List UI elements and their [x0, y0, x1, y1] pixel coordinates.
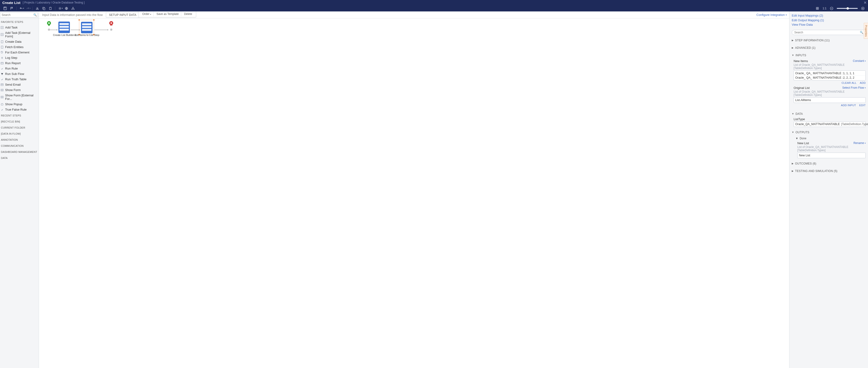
- favorite-step-item[interactable]: Send Email: [0, 82, 39, 87]
- zoom-slider[interactable]: [837, 8, 858, 9]
- chevron-right-icon: ▶: [792, 170, 794, 172]
- svg-point-8: [59, 8, 60, 9]
- svg-rect-26: [1, 96, 3, 98]
- grid-icon[interactable]: [815, 6, 820, 11]
- step-label: True False Rule: [5, 108, 27, 111]
- original-list-type-hint: List of Oracle_QA_MATTNATHANTABLE [Table…: [794, 90, 866, 96]
- list-item[interactable]: Oracle_ QA_ MATTNATHANTABLE :2, 2, 2, 2: [794, 76, 865, 80]
- chevron-right-icon: ▶: [792, 39, 794, 41]
- edit-output-mapping-link[interactable]: Edit Output Mapping (1): [792, 18, 866, 23]
- favorite-step-item[interactable]: Run Sub Flow: [0, 71, 39, 77]
- search-icon[interactable]: 🔍: [33, 13, 37, 17]
- zoom-in-icon[interactable]: [860, 6, 866, 11]
- step-icon: [0, 26, 4, 29]
- favorite-step-item[interactable]: Show Popup: [0, 102, 39, 107]
- section-outputs[interactable]: ▼OUTPUTS: [792, 129, 866, 135]
- add-item-link[interactable]: ADD: [860, 81, 866, 84]
- favorite-step-item[interactable]: Add Task: [0, 25, 39, 30]
- new-list-value-input[interactable]: New List: [797, 152, 866, 158]
- left-sidebar: 🔍 FAVORITE STEPS Add TaskAdd Task [Exter…: [0, 11, 39, 368]
- favorite-step-item[interactable]: Fetch Entities: [0, 44, 39, 50]
- flow-node-create-list-builder[interactable]: [58, 21, 71, 34]
- end-node[interactable]: [109, 21, 116, 31]
- step-icon: [0, 46, 4, 49]
- globe-icon[interactable]: [64, 6, 69, 11]
- undo-dropdown-icon[interactable]: ▾: [23, 7, 24, 9]
- redo-dropdown-icon[interactable]: ▾: [30, 7, 31, 9]
- search-icon[interactable]: 🔍: [860, 31, 863, 34]
- favorite-step-item[interactable]: For Each Element: [0, 50, 39, 55]
- favorite-step-item[interactable]: Show Form: [0, 87, 39, 93]
- view-flow-data-link[interactable]: View Flow Data: [792, 22, 866, 27]
- list-item[interactable]: Oracle_ QA_ MATTNATHANTABLE :1, 1, 1, 1: [794, 71, 865, 76]
- section-testing[interactable]: ▶TESTING AND SIMULATION (5): [792, 168, 866, 174]
- favorite-step-item[interactable]: Add Task [External Form]: [0, 30, 39, 39]
- step-icon: [0, 62, 4, 65]
- sitemap-icon[interactable]: [70, 6, 76, 11]
- svg-rect-5: [43, 8, 45, 10]
- step-label: Run Sub Flow: [5, 72, 24, 76]
- chevron-down-icon: ▼: [796, 137, 798, 140]
- favorite-step-item[interactable]: Run Truth Table: [0, 77, 39, 82]
- step-icon: [0, 51, 4, 54]
- flow-node-add-items-selected[interactable]: [79, 20, 94, 35]
- svg-rect-7: [50, 7, 51, 7]
- favorite-step-item[interactable]: Log Step: [0, 55, 39, 60]
- properties-search-input[interactable]: [792, 30, 866, 35]
- original-list-value-input[interactable]: List.AllItems: [794, 97, 866, 103]
- new-items-mode-link[interactable]: Constant▾: [853, 59, 866, 62]
- chevron-down-icon: ▼: [792, 112, 794, 115]
- configure-integration-link[interactable]: Configure Integration▾: [756, 13, 787, 17]
- save-icon[interactable]: [2, 6, 8, 11]
- close-icon[interactable]: ✕: [864, 0, 867, 5]
- svg-rect-20: [1, 62, 3, 64]
- edit-input-mappings-link[interactable]: Edit Input Mappings (2): [792, 13, 866, 18]
- annotation-header[interactable]: ANNOTATION: [0, 137, 39, 143]
- menu-delete[interactable]: Delete: [182, 12, 194, 16]
- properties-panel: Edit Input Mappings (2) Edit Output Mapp…: [789, 11, 868, 368]
- zoom-ratio: 1:1: [823, 7, 827, 10]
- section-step-information[interactable]: ▶STEP INFORMATION (11): [792, 37, 866, 44]
- paste-icon[interactable]: [48, 6, 53, 11]
- add-input-link[interactable]: ADD INPUT: [841, 104, 856, 107]
- section-outcomes[interactable]: ▶OUTCOMES (6): [792, 161, 866, 167]
- copy-icon[interactable]: [41, 6, 46, 11]
- flag-icon[interactable]: [9, 6, 14, 11]
- favorite-step-item[interactable]: Run Rule: [0, 66, 39, 71]
- section-inputs[interactable]: ▼INPUTS: [792, 52, 866, 58]
- section-data[interactable]: ▼DATA: [792, 111, 866, 117]
- favorite-step-item[interactable]: Show Form [External For...: [0, 93, 39, 102]
- zoom-out-icon[interactable]: [829, 6, 834, 11]
- data-header[interactable]: DATA: [0, 155, 39, 161]
- favorite-step-item[interactable]: Run Report: [0, 60, 39, 66]
- cut-icon[interactable]: [34, 6, 40, 11]
- rename-link[interactable]: Rename▾: [854, 141, 866, 145]
- listtype-picker[interactable]: Oracle_QA_MATTNATHANTABLE [TableDefiniti…: [794, 121, 866, 127]
- communication-header[interactable]: COMMUNICATION: [0, 143, 39, 149]
- original-list-mode-link[interactable]: Select From Flow▾: [842, 86, 866, 89]
- edit-link[interactable]: EDIT: [859, 104, 866, 107]
- new-items-values-box[interactable]: Oracle_ QA_ MATTNATHANTABLE :1, 1, 1, 1 …: [794, 70, 866, 81]
- favorite-step-item[interactable]: Create Data: [0, 39, 39, 44]
- breadcrumb: [ Projects / Laboratory / Oracle Databas…: [23, 1, 85, 4]
- data-in-flow-header[interactable]: [DATA IN FLOW]: [0, 131, 39, 137]
- step-label: Send Email: [5, 83, 21, 86]
- favorite-steps-header: FAVORITE STEPS: [0, 19, 39, 25]
- step-search-input[interactable]: [0, 12, 38, 18]
- menu-order[interactable]: Order ▾: [140, 12, 154, 16]
- section-advanced[interactable]: ▶ADVANCED (1): [792, 45, 866, 51]
- setup-input-data-button[interactable]: SETUP INPUT DATA: [106, 12, 139, 18]
- menu-save-as-template[interactable]: Save as Template: [154, 12, 181, 16]
- step-icon: [0, 83, 4, 86]
- flow-canvas[interactable]: Input Data is information passed into th…: [39, 11, 789, 368]
- dashboard-mgmt-header[interactable]: DASHBOARD MANAGEMENT: [0, 149, 39, 155]
- new-list-label: New List: [797, 141, 809, 145]
- svg-rect-27: [1, 104, 3, 105]
- svg-rect-34: [59, 23, 69, 25]
- clear-all-link[interactable]: CLEAR ALL: [842, 81, 857, 84]
- properties-tab[interactable]: Properties: [864, 23, 868, 39]
- favorite-step-item[interactable]: True False Rule: [0, 107, 39, 112]
- recycle-bin-header[interactable]: [RECYCLE BIN]: [0, 118, 39, 124]
- gear-dropdown-icon[interactable]: ▾: [62, 7, 63, 9]
- output-done-header[interactable]: ▼Done: [796, 136, 866, 141]
